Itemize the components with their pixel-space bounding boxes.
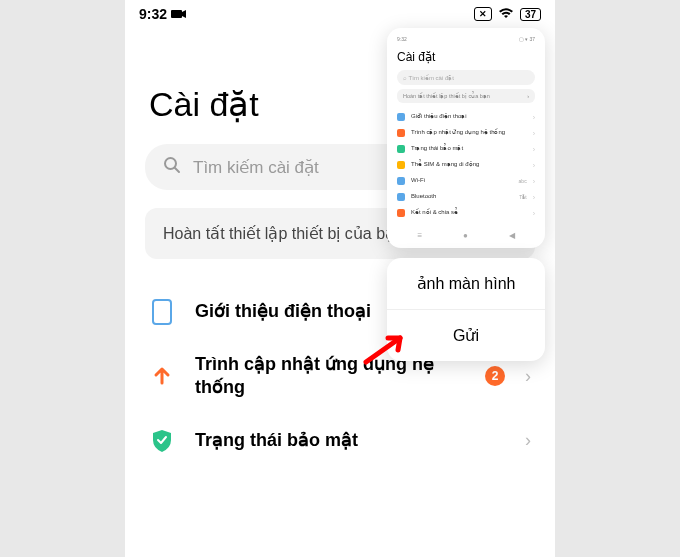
- thumb-row: Wi-Fiabc›: [397, 173, 535, 189]
- thumb-rows: Giới thiệu điện thoại›Trình cập nhật ứng…: [397, 109, 535, 221]
- phone-screen: 9:32 ✕ 37 Cài đặt Tìm kiếm cài đặt Hoàn …: [125, 0, 555, 557]
- phone-icon: [149, 299, 175, 325]
- search-placeholder: Tìm kiếm cài đặt: [193, 157, 319, 178]
- battery-indicator: 37: [520, 8, 541, 21]
- thumb-row: BluetoothTắt›: [397, 189, 535, 205]
- annotation-arrow: [360, 330, 410, 372]
- no-signal-icon: ✕: [474, 7, 492, 21]
- screenshot-preview[interactable]: 9:32▢ ▾ 37 Cài đặt ⌕ Tìm kiếm cài đặt Ho…: [387, 28, 545, 248]
- svg-rect-3: [153, 300, 171, 324]
- thumb-row: Trình cập nhật ứng dụng hệ thống›: [397, 125, 535, 141]
- action-screenshot-label[interactable]: ảnh màn hình: [387, 258, 545, 309]
- svg-line-2: [175, 168, 179, 172]
- item-label: Trạng thái bảo mật: [195, 429, 505, 452]
- chevron-right-icon: ›: [525, 366, 531, 387]
- thumb-row: Thẻ SIM & mạng di động›: [397, 157, 535, 173]
- status-bar: 9:32 ✕ 37: [125, 0, 555, 24]
- update-badge: 2: [485, 366, 505, 386]
- update-icon: [149, 363, 175, 389]
- screenshot-overlay: 9:32▢ ▾ 37 Cài đặt ⌕ Tìm kiếm cài đặt Ho…: [387, 28, 545, 361]
- action-send[interactable]: Gửi: [387, 309, 545, 361]
- thumb-row: Giới thiệu điện thoại›: [397, 109, 535, 125]
- thumb-row: Kết nối & chia sẻ›: [397, 205, 535, 221]
- status-time: 9:32: [139, 6, 167, 22]
- shield-icon: [149, 428, 175, 454]
- item-security-status[interactable]: Trạng thái bảo mật ›: [125, 414, 555, 468]
- thumb-navbar: ≡●◀: [397, 221, 535, 240]
- wifi-icon: [498, 6, 514, 22]
- thumb-row: Trạng thái bảo mật›: [397, 141, 535, 157]
- svg-rect-0: [171, 10, 182, 18]
- search-icon: [163, 156, 181, 178]
- camera-icon: [171, 6, 187, 22]
- chevron-right-icon: ›: [525, 430, 531, 451]
- screenshot-actions: ảnh màn hình Gửi: [387, 258, 545, 361]
